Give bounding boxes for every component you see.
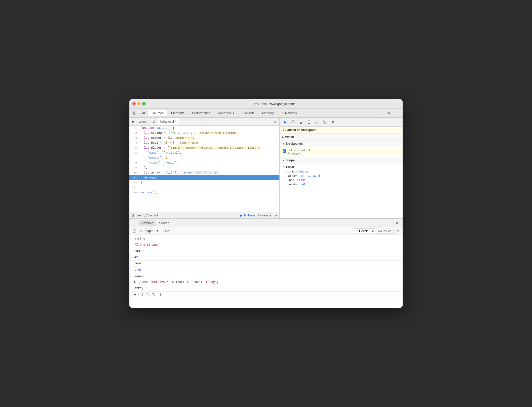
scope-local-expand-icon: ▼: [283, 166, 285, 169]
debug-toolbar: ▶: [280, 118, 403, 127]
scope-item-this: ▶ this : Window: [280, 170, 403, 174]
code-line-11: 11 debugger;: [129, 175, 279, 180]
more-tabs-button[interactable]: »: [378, 110, 385, 117]
console-settings-button[interactable]: ⚙: [395, 228, 401, 234]
scope-item-array-expand[interactable]: ▶: [286, 174, 287, 177]
more-options-button[interactable]: ⋮: [394, 110, 401, 117]
code-line-10: 10 let array = [1,2,3]; array = (3) [1, …: [129, 170, 279, 175]
scope-expand-icon: ▼: [282, 159, 285, 162]
source-tab-inline-eval-close[interactable]: ×: [175, 120, 176, 123]
console-row-7: ‹ ▶ {name: 'Parzival', number: 1, state:…: [129, 279, 403, 285]
source-tab-inline-eval-label: inline-eval: [160, 120, 174, 123]
device-toolbar-icon-button[interactable]: [139, 110, 146, 117]
console-row-1: ‹ "I'm a string": [129, 242, 403, 248]
top-nav: Sources Elements Performance Recorder 🎙 …: [129, 109, 403, 118]
watch-section-header[interactable]: ▶ Watch: [280, 134, 403, 140]
scope-section: ▼ Scope ▼ Local ▶ this : Window: [280, 157, 403, 218]
breakpoints-section-header[interactable]: ▼ Breakpoints: [280, 140, 403, 147]
expand-player-icon[interactable]: ▶: [134, 280, 136, 284]
left-panel: ▶ target ref inline-eval × ▷ 1 functio: [129, 118, 280, 218]
minimize-button[interactable]: [137, 102, 141, 105]
tab-performance[interactable]: Performance: [189, 110, 214, 116]
console-arrow-1: ‹: [129, 242, 134, 247]
tab-search-panel[interactable]: Search: [156, 220, 172, 226]
step-over-button[interactable]: [290, 119, 297, 126]
tab-recorder[interactable]: Recorder 🎙: [214, 110, 239, 116]
console-row-0: › string: [129, 236, 403, 242]
main-area: ▶ target ref inline-eval × ▷ 1 functio: [129, 118, 403, 218]
scope-section-header[interactable]: ▼ Scope: [280, 157, 403, 164]
breakpoint-text-0: inline-eval:11 debugger;: [287, 149, 310, 155]
console-row-2: › number: [129, 248, 403, 254]
code-line-5: 5 let player = {player = {name: 'Parziva…: [129, 145, 279, 150]
code-line-1: 1 function values() {: [129, 126, 279, 131]
breakpoint-checkbox-0[interactable]: [283, 149, 286, 153]
console-toolbar: 🚫 ⊘ top ▾ 👁 All levels Verbose Info Warn…: [129, 227, 403, 235]
source-tab-inline-eval[interactable]: inline-eval ×: [158, 118, 179, 125]
resume-button[interactable]: ▶: [282, 119, 289, 126]
breakpoint-banner: ℹ Paused on breakpoint: [280, 127, 403, 134]
console-arrow-6: ›: [129, 273, 134, 278]
console-input-field[interactable]: [134, 298, 403, 302]
source-nav-toggle[interactable]: ▶: [130, 119, 136, 125]
scope-item-this-expand[interactable]: ▶: [286, 170, 287, 173]
console-row-5: ‹ true: [129, 267, 403, 273]
settings-button[interactable]: ⚙: [386, 110, 393, 117]
source-tab-target[interactable]: target: [136, 118, 149, 125]
console-arrow-9: ‹: [129, 292, 134, 297]
console-row-8: › array: [129, 285, 403, 292]
console-arrow-4: ›: [129, 261, 134, 266]
nav-right-actions: » ⚙ ⋮: [378, 110, 401, 117]
console-close-button[interactable]: ×: [394, 220, 401, 227]
code-line-2: 2 let string = 'I\'m a string'; string =…: [129, 131, 279, 136]
console-clear-button[interactable]: 🚫: [131, 228, 137, 234]
svg-rect-1: [144, 112, 145, 114]
console-prompt-arrow: ›: [129, 298, 134, 303]
console-row-3: ‹ 42: [129, 254, 403, 261]
breakpoint-banner-text: Paused on breakpoint: [285, 128, 316, 132]
code-line-12: 12 }: [129, 180, 279, 185]
step-into-button[interactable]: [298, 119, 304, 126]
console-row-9: ‹ ▶ (3) [1, 2, 3]: [129, 292, 403, 298]
status-braces[interactable]: {}: [132, 214, 134, 217]
breakpoints-section: ▼ Breakpoints inline-eval:11 debugger;: [280, 140, 403, 157]
code-editor[interactable]: 1 function values() { 2 let string = 'I\…: [129, 126, 279, 212]
console-arrow-3: ‹: [129, 255, 134, 260]
console-eye-button[interactable]: 👁: [155, 228, 161, 234]
console-content-8: array: [134, 286, 403, 291]
console-filter-input[interactable]: [162, 229, 353, 233]
tab-sources[interactable]: Sources: [148, 110, 167, 116]
pause-exceptions-button[interactable]: ⏸: [329, 119, 336, 126]
console-filter-button[interactable]: ⊘: [138, 228, 144, 234]
maximize-button[interactable]: [142, 102, 146, 105]
scope-local-header[interactable]: ▼ Local: [280, 165, 403, 170]
step-button[interactable]: [313, 119, 320, 126]
no-issues-button[interactable]: No Issues: [376, 229, 394, 234]
step-out-button[interactable]: [305, 119, 312, 126]
source-tab-more[interactable]: ▷: [273, 120, 278, 124]
console-menu-button[interactable]: ⋮: [131, 220, 138, 227]
console-level-dropdown[interactable]: All levels Verbose Info Warnings Errors: [354, 228, 375, 234]
code-line-4: 4 let bool = 42 > 0; bool = true: [129, 140, 279, 145]
console-context-selector[interactable]: top ▾: [145, 229, 154, 234]
console-arrow-2: ›: [129, 249, 134, 254]
inspect-icon-button[interactable]: [131, 110, 138, 117]
console-content-4: bool: [134, 261, 403, 266]
status-position: Line 1, Column 1: [136, 214, 158, 217]
tab-network[interactable]: ⚠Network: [278, 110, 301, 116]
console-content-2: number: [134, 249, 403, 254]
code-line-13: 13: [129, 185, 279, 190]
breakpoint-file-0: inline-eval:11: [287, 149, 310, 152]
close-button[interactable]: [132, 102, 136, 105]
tab-memory[interactable]: Memory: [259, 110, 277, 116]
tab-console[interactable]: Console: [239, 110, 258, 116]
code-line-14: 14 values();: [129, 190, 279, 195]
source-tab-ref[interactable]: ref: [149, 118, 158, 125]
deactivate-breakpoints-button[interactable]: [321, 119, 328, 126]
traffic-lights: [132, 102, 146, 105]
coverage-label: Coverage: n/a: [258, 214, 277, 217]
run-button[interactable]: ▶ ⌘+Enter: [240, 214, 255, 217]
tab-elements[interactable]: Elements: [168, 110, 188, 116]
tab-console-panel[interactable]: Console: [138, 220, 156, 226]
expand-array-icon[interactable]: ▶: [134, 293, 136, 296]
